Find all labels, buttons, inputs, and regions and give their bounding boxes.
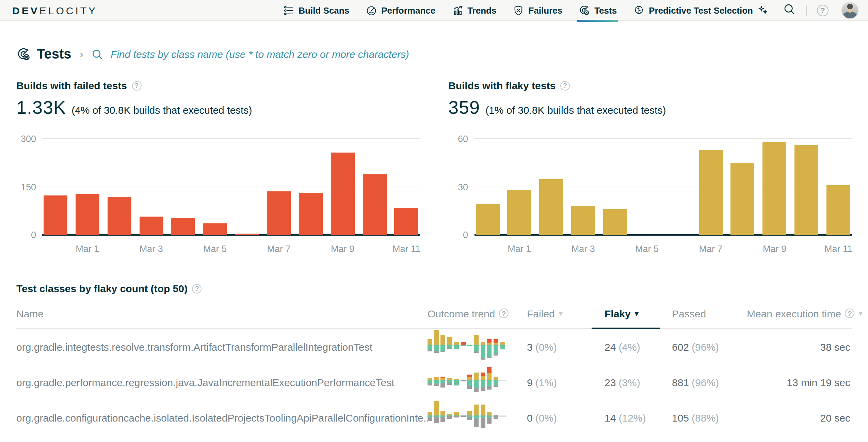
column-header-passed[interactable]: Passed [672, 298, 747, 328]
help-icon[interactable] [192, 284, 202, 293]
column-header-failed[interactable]: Failed [527, 298, 605, 328]
user-avatar[interactable] [841, 2, 858, 19]
tests-icon [579, 4, 590, 16]
sparkline-segment-passed [454, 380, 459, 385]
chart-bar[interactable] [699, 150, 723, 235]
nav-item-tests[interactable]: Tests [570, 0, 625, 21]
sparkline-segment-other [474, 388, 479, 392]
sparkline-segment-passed [494, 345, 498, 354]
flaky-percentage: (4%) [618, 341, 640, 352]
nav-item-failures[interactable]: Failures [504, 0, 570, 21]
table-title-label: Test classes by flaky count (top 50) [16, 283, 188, 294]
outcome-trend-sparkline[interactable] [428, 365, 507, 399]
help-button[interactable] [811, 4, 835, 16]
sparkline-segment-other [454, 385, 459, 385]
x-tick-label [667, 244, 691, 254]
chart-bar[interactable] [603, 209, 627, 235]
passed-cell: 602(96%) [672, 341, 747, 352]
sparkline-segment-flaky [487, 412, 492, 415]
chart-bar[interactable] [826, 185, 850, 235]
failed-count: 0 [527, 412, 533, 423]
outcome-trend-cell [428, 400, 527, 435]
chart-bar[interactable] [731, 163, 755, 235]
nav-item-performance[interactable]: Performance [357, 0, 444, 21]
test-class-name[interactable]: org.gradle.performance.regression.java.J… [16, 376, 428, 388]
table-row[interactable]: org.gradle.performance.regression.java.J… [16, 364, 852, 400]
y-tick-label: 300 [21, 134, 36, 144]
column-header-name[interactable]: Name [16, 298, 428, 328]
performance-icon [366, 4, 377, 16]
chart-bar[interactable] [395, 208, 418, 235]
chart-bar[interactable] [508, 190, 531, 235]
column-header-outcome-trend[interactable]: Outcome trend [428, 298, 527, 328]
page-header: Tests › [0, 46, 868, 62]
sparkline-segment-passed [454, 345, 459, 349]
nav-item-build-scans[interactable]: Build Scans [275, 0, 357, 21]
chart-bar[interactable] [476, 205, 499, 235]
help-icon[interactable] [499, 309, 509, 318]
table-row[interactable]: org.gradle.configurationcache.isolated.I… [16, 400, 852, 435]
tests-search-input[interactable] [109, 48, 548, 61]
outcome-trend-sparkline[interactable] [428, 330, 507, 364]
breadcrumb-separator: › [80, 47, 83, 61]
sparkline-segment-flaky [467, 411, 472, 415]
sparkline-segment-other [467, 386, 472, 389]
sparkline-segment-other [474, 419, 479, 427]
chart-title: Builds with failed tests [16, 80, 420, 91]
table-body: org.gradle.integtests.resolve.transform.… [16, 329, 852, 435]
mean-execution-time: 20 sec [820, 412, 852, 423]
failed-cell: 3(0%) [527, 341, 605, 352]
x-tick-label: Mar 11 [395, 244, 418, 254]
x-axis: Mar 1Mar 3Mar 5Mar 7Mar 9Mar 11 [474, 244, 852, 254]
passed-percentage: (88%) [692, 412, 719, 423]
chart-bar[interactable] [44, 195, 67, 235]
build-scans-icon [283, 4, 294, 16]
global-search-button[interactable] [777, 2, 802, 18]
bar-chart: 03060 Mar 1Mar 3Mar 5Mar 7Mar 9Mar 11 [448, 139, 852, 254]
failed-count: 3 [527, 341, 533, 352]
x-tick-label: Mar 7 [267, 244, 291, 254]
nav-item-predictive-test-selection[interactable]: Predictive Test Selection [625, 0, 777, 21]
sparkline-segment-other [454, 416, 459, 417]
flaky-percentage: (12%) [618, 412, 646, 423]
passed-count: 105 [672, 412, 689, 423]
passed-percentage: (96%) [692, 341, 719, 352]
test-class-name[interactable]: org.gradle.configurationcache.isolated.I… [16, 412, 428, 423]
table-row[interactable]: org.gradle.integtests.resolve.transform.… [16, 329, 852, 364]
chart-bar[interactable] [203, 223, 227, 235]
chart-bar[interactable] [363, 174, 386, 235]
develocity-logo[interactable]: DEVELOCITY [12, 4, 97, 16]
chart-bar[interactable] [107, 197, 131, 235]
chart-bar[interactable] [331, 153, 354, 235]
sparkline-segment-passed [487, 345, 492, 357]
x-tick-label: Mar 3 [571, 244, 595, 254]
metric-line: 359 (1% of 30.8K builds that executed te… [448, 97, 852, 119]
logo-bold: DEV [12, 4, 39, 16]
chart-bar[interactable] [171, 218, 195, 235]
help-icon[interactable] [132, 81, 141, 90]
chart-bar[interactable] [762, 142, 786, 235]
chart-bar[interactable] [267, 191, 291, 235]
tests-search[interactable] [92, 48, 852, 61]
column-header-mean-execution-time[interactable]: Mean execution time [747, 298, 863, 328]
chart-bar[interactable] [139, 217, 163, 235]
sparkline-segment-flaky [500, 342, 505, 345]
chart-bar[interactable] [539, 179, 563, 235]
test-class-name[interactable]: org.gradle.integtests.resolve.transform.… [16, 341, 428, 352]
flaky-count: 14 [605, 412, 616, 423]
chart-bar[interactable] [76, 194, 99, 235]
help-icon[interactable] [845, 309, 855, 318]
chart-bar[interactable] [299, 193, 323, 235]
x-tick-label [363, 244, 386, 254]
nav-item-trends[interactable]: Trends [444, 0, 504, 21]
sort-caret-icon [559, 310, 563, 317]
help-icon[interactable] [560, 81, 570, 90]
chart-bar[interactable] [571, 206, 595, 235]
outcome-trend-sparkline[interactable] [428, 400, 507, 435]
y-tick-label: 0 [463, 230, 468, 240]
column-header-flaky[interactable]: Flaky [605, 298, 672, 328]
sparkline-segment-flaky [428, 412, 432, 415]
chart-bar[interactable] [794, 145, 818, 235]
chart-bar[interactable] [235, 234, 259, 235]
sparkline-dash [461, 380, 465, 381]
